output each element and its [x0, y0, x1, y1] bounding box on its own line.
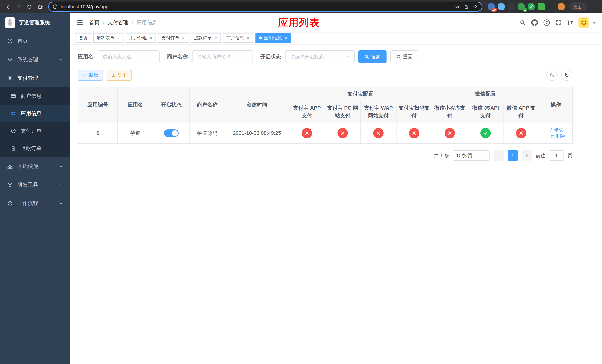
extension-icon[interactable]: [508, 3, 515, 10]
extension-icon[interactable]: 10: [488, 3, 495, 10]
extension-icon[interactable]: [527, 3, 535, 10]
tab-payment-orders[interactable]: 支付订单×: [158, 33, 188, 43]
password-key-icon[interactable]: [455, 4, 460, 10]
tab-refund-orders[interactable]: 退款订单×: [191, 33, 221, 43]
refresh-table-icon[interactable]: [561, 70, 572, 81]
browser-forward-icon[interactable]: [14, 2, 24, 12]
export-button[interactable]: 导出: [107, 70, 132, 81]
col-wx-app: 微信 APP 支付: [503, 101, 539, 123]
breadcrumb-home[interactable]: 首页: [89, 19, 100, 26]
extension-icon[interactable]: [548, 3, 555, 10]
merchant-name-input[interactable]: [192, 50, 253, 63]
browser-home-icon[interactable]: [35, 2, 45, 12]
sidebar-item-dev-tools[interactable]: 研发工具: [0, 175, 70, 194]
hamburger-icon[interactable]: [76, 19, 83, 26]
config-status-icon: [302, 128, 312, 138]
sidebar-logo[interactable]: 芋道管理系统: [0, 13, 70, 32]
page-size-select[interactable]: 10条/页: [453, 150, 490, 161]
col-alipay-qr: 支付宝扫码支付: [396, 101, 432, 123]
fullscreen-icon[interactable]: [555, 20, 561, 26]
url-bar[interactable]: localhost:1024/pay/app: [48, 2, 483, 12]
tab-close-icon[interactable]: ×: [284, 36, 288, 40]
tab-process-form[interactable]: 流程表单×: [93, 33, 123, 43]
merchant-name-label: 商户名称: [167, 53, 188, 60]
sidebar-item-system[interactable]: 系统管理: [0, 50, 70, 69]
bookmark-star-icon[interactable]: [473, 4, 478, 10]
avatar[interactable]: [578, 17, 589, 28]
extension-icon[interactable]: 1: [517, 3, 525, 10]
tab-label: 首页: [79, 35, 88, 41]
sidebar-item-label: 应用信息: [21, 110, 42, 117]
tab-close-icon[interactable]: ×: [182, 36, 185, 40]
reset-button[interactable]: 重置: [390, 50, 418, 63]
tab-merchant-info[interactable]: 商户信息×: [223, 33, 253, 43]
tab-close-icon[interactable]: ×: [246, 36, 250, 40]
prev-page-button[interactable]: [494, 150, 504, 161]
extension-icon[interactable]: [498, 3, 505, 10]
col-created: 创建时间: [225, 87, 289, 123]
col-status: 开启状态: [153, 87, 189, 123]
browser-update-button[interactable]: 更新: [570, 2, 587, 11]
refresh-icon: [396, 54, 401, 59]
col-app-id: 应用编号: [78, 87, 118, 123]
sidebar-item-payment-orders[interactable]: 支付订单: [0, 122, 70, 139]
share-icon[interactable]: [463, 4, 469, 10]
cube-icon: [7, 200, 13, 206]
sidebar-item-label: 研发工具: [17, 181, 38, 188]
toggle-search-icon[interactable]: [547, 70, 558, 81]
search-button[interactable]: 搜索: [358, 50, 387, 63]
page-number-1[interactable]: 1: [508, 150, 518, 161]
avatar-dropdown-caret-icon[interactable]: [593, 22, 596, 24]
breadcrumb: 首页 / 支付管理 / 应用信息: [89, 19, 157, 26]
sidebar-item-merchant-info[interactable]: 商户信息: [0, 87, 70, 105]
tab-app-info[interactable]: 应用信息×: [256, 33, 291, 43]
browser-menu-icon[interactable]: [589, 2, 599, 12]
delete-link[interactable]: 删除: [550, 133, 565, 139]
next-page-button[interactable]: [522, 150, 532, 161]
sidebar-item-refund-orders[interactable]: 退款订单: [0, 139, 70, 157]
tab-close-icon[interactable]: ×: [149, 36, 152, 40]
delete-link-label: 删除: [556, 133, 565, 139]
page-size-value: 10条/页: [456, 152, 473, 159]
pagination: 共 1 条 10条/页 1 前往 页: [78, 150, 572, 161]
github-icon[interactable]: [531, 19, 538, 26]
extension-icon[interactable]: [558, 3, 565, 10]
font-size-icon[interactable]: TT: [567, 20, 573, 26]
edit-link[interactable]: 修改: [548, 127, 563, 133]
help-icon[interactable]: ?: [544, 20, 550, 26]
chevron-down-icon: [346, 54, 351, 59]
tab-close-icon[interactable]: ×: [117, 36, 120, 40]
search-icon[interactable]: [519, 20, 526, 26]
logo-rabbit-icon: [5, 17, 15, 28]
tab-home[interactable]: 首页: [75, 33, 91, 43]
pagination-total: 共 1 条: [434, 152, 449, 159]
cube-icon: [7, 182, 13, 188]
app-name-input[interactable]: [98, 50, 160, 63]
extension-icon[interactable]: [538, 3, 545, 10]
payment-submenu: 商户信息 应用信息 支付订单 退款订单: [0, 87, 70, 157]
tab-user-group[interactable]: 用户分组×: [126, 33, 156, 43]
browser-extensions: 10 1: [485, 3, 567, 10]
site-info-icon[interactable]: [53, 4, 58, 9]
status-select[interactable]: 请选择开启状态: [285, 50, 355, 63]
status-toggle[interactable]: [164, 129, 179, 137]
breadcrumb-payment[interactable]: 支付管理: [108, 19, 129, 26]
sidebar-item-app-info[interactable]: 应用信息: [0, 105, 70, 122]
browser-back-icon[interactable]: [3, 2, 13, 12]
config-status-icon: [337, 128, 348, 138]
sidebar-item-infrastructure[interactable]: 基础设施: [0, 157, 70, 175]
browser-reload-icon[interactable]: [24, 2, 34, 12]
goto-page-input[interactable]: [549, 150, 564, 161]
sidebar-item-label: 系统管理: [17, 56, 38, 63]
browser-chrome: localhost:1024/pay/app 10 1 更新: [0, 0, 602, 13]
breadcrumb-separator: /: [103, 20, 104, 26]
chevron-down-icon: [59, 57, 63, 62]
add-button[interactable]: 新增: [78, 70, 103, 81]
cell-created: 2021-10-23 08:49:25: [225, 123, 289, 143]
sidebar-item-label: 基础设施: [17, 163, 38, 170]
sidebar-item-workflow[interactable]: 工作流程: [0, 194, 70, 213]
app-name-label: 应用名: [78, 53, 93, 60]
sidebar-item-home[interactable]: 首页: [0, 32, 70, 50]
tab-close-icon[interactable]: ×: [214, 36, 217, 40]
sidebar-item-payment[interactable]: ¥ 支付管理: [0, 69, 70, 87]
